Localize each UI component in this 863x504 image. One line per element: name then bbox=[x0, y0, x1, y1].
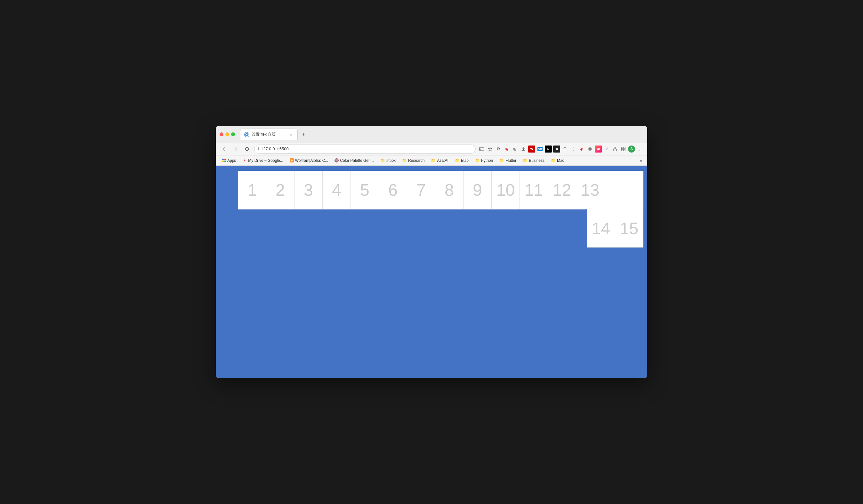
download-icon[interactable] bbox=[520, 145, 527, 153]
svg-rect-2 bbox=[479, 147, 484, 150]
lock-icon[interactable] bbox=[611, 145, 618, 153]
minimize-button[interactable] bbox=[225, 132, 229, 136]
bookmark-research[interactable]: 📁 Research bbox=[400, 157, 427, 164]
svg-rect-6 bbox=[613, 149, 616, 151]
folder-research-icon: 📁 bbox=[402, 158, 407, 163]
bookmark-business[interactable]: 📁 Business bbox=[520, 157, 547, 164]
bookmark-apps[interactable]: Apps bbox=[220, 157, 238, 164]
svg-text:亀: 亀 bbox=[513, 147, 516, 151]
notion-icon[interactable]: N bbox=[545, 145, 552, 153]
lastpass-icon[interactable]: ◈ bbox=[578, 145, 585, 153]
folder-flutter-icon: 📁 bbox=[499, 158, 504, 163]
bookmark-mac-label: Mac bbox=[557, 158, 564, 163]
active-tab[interactable]: 设置 flex 容器 × bbox=[240, 129, 298, 140]
svg-rect-8 bbox=[624, 147, 625, 149]
honey-icon[interactable]: ⬡ bbox=[570, 145, 577, 153]
office-icon[interactable]: Off bbox=[537, 145, 543, 153]
pocket-icon[interactable]: ◉ bbox=[503, 145, 510, 153]
flex-item-5: 5 bbox=[351, 171, 379, 209]
flex-item-6: 6 bbox=[379, 171, 407, 209]
browser-window: 设置 flex 容器 × + ℹ 127.0.0.1:5500 bbox=[216, 126, 647, 378]
bookmark-flutter-label: Flutter bbox=[505, 158, 516, 163]
palette-icon: 🎨 bbox=[335, 158, 339, 163]
maximize-button[interactable] bbox=[231, 132, 235, 136]
bookmark-python-label: Python bbox=[481, 158, 493, 163]
address-bar[interactable]: ℹ 127.0.0.1:5500 bbox=[254, 144, 476, 154]
svg-rect-9 bbox=[621, 149, 623, 151]
flex-item-11: 11 bbox=[520, 171, 548, 209]
bookmark-inbox[interactable]: 📁 Inbox bbox=[378, 157, 398, 164]
bookmark-mac[interactable]: 📁 Mac bbox=[548, 157, 567, 164]
bookmark-palette[interactable]: 🎨 Color Palette Gen... bbox=[332, 157, 376, 164]
folder-azatai-icon: 📁 bbox=[431, 158, 436, 163]
bookmark-elab[interactable]: 📁 Elab bbox=[452, 157, 471, 164]
svg-marker-3 bbox=[488, 147, 492, 151]
title-bar: 设置 flex 容器 × + bbox=[216, 126, 647, 143]
tab-close-button[interactable]: × bbox=[288, 132, 293, 137]
flex-item-2: 2 bbox=[266, 171, 295, 209]
bookmark-azatai-label: AzatAI bbox=[437, 158, 448, 163]
flex-item-7: 7 bbox=[407, 171, 435, 209]
traffic-lights bbox=[220, 132, 235, 136]
flex-item-1: 1 bbox=[238, 171, 266, 209]
reload-button[interactable] bbox=[243, 144, 252, 154]
page-content: 1 2 3 4 5 6 7 8 9 10 11 12 13 14 15 bbox=[216, 166, 647, 378]
bookmark-inbox-label: Inbox bbox=[386, 158, 396, 163]
cast-icon[interactable] bbox=[478, 145, 485, 153]
bookmark-business-label: Business bbox=[529, 158, 545, 163]
settings-icon[interactable]: ⚙ bbox=[495, 145, 502, 153]
more-options-icon[interactable]: ⋮ bbox=[636, 145, 643, 153]
url-text: 127.0.0.1:5500 bbox=[261, 146, 289, 151]
svg-rect-7 bbox=[621, 147, 623, 149]
downloader-icon[interactable]: ▽ bbox=[603, 145, 610, 153]
bookmark-apps-label: Apps bbox=[227, 158, 236, 163]
bookmark-python[interactable]: 📁 Python bbox=[473, 157, 496, 164]
bookmark-drive[interactable]: 🔺 My Drive – Google... bbox=[240, 157, 286, 164]
flex-item-15: 15 bbox=[615, 209, 643, 247]
vpn-icon[interactable] bbox=[586, 145, 593, 153]
apps-grid-icon bbox=[222, 159, 226, 163]
ms-word-icon[interactable]: W bbox=[528, 145, 535, 153]
puzzle-icon[interactable] bbox=[620, 145, 627, 153]
drive-icon: 🔺 bbox=[242, 158, 247, 163]
bookmark-wolfram-label: Wolfram|Alpha: C... bbox=[295, 158, 328, 163]
flex-item-8: 8 bbox=[435, 171, 463, 209]
google-translate-icon[interactable]: G bbox=[561, 145, 568, 153]
folder-elab-icon: 📁 bbox=[455, 158, 460, 163]
bookmark-flutter[interactable]: 📁 Flutter bbox=[497, 157, 519, 164]
close-button[interactable] bbox=[220, 132, 223, 136]
bookmarks-more-button[interactable]: » bbox=[638, 157, 643, 164]
folder-inbox-icon: 📁 bbox=[380, 158, 385, 163]
dark-ext-icon[interactable]: ◼ bbox=[553, 145, 560, 153]
address-info-icon: ℹ bbox=[258, 147, 259, 151]
flex-item-4: 4 bbox=[323, 171, 351, 209]
new-tab-button[interactable]: + bbox=[299, 130, 308, 139]
jb-icon[interactable]: JB bbox=[595, 145, 602, 153]
bookmark-elab-label: Elab bbox=[461, 158, 468, 163]
forward-button[interactable] bbox=[231, 144, 240, 154]
flex-item-13: 13 bbox=[576, 171, 604, 209]
tab-favicon bbox=[244, 132, 249, 137]
nav-icons: ⚙ ◉ 亀 W Off N ◼ G ⬡ ◈ JB ▽ bbox=[478, 145, 643, 153]
folder-business-icon: 📁 bbox=[523, 158, 527, 163]
bookmark-star-icon[interactable] bbox=[487, 145, 493, 153]
bookmark-palette-label: Color Palette Gen... bbox=[340, 158, 374, 163]
flex-item-12: 12 bbox=[548, 171, 576, 209]
nav-bar: ℹ 127.0.0.1:5500 ⚙ ◉ 亀 W bbox=[216, 143, 647, 155]
flex-item-10: 10 bbox=[492, 171, 520, 209]
flex-item-14: 14 bbox=[587, 209, 615, 247]
tab-bar: 设置 flex 容器 × + bbox=[240, 129, 643, 140]
bookmark-wolfram[interactable]: W Wolfram|Alpha: C... bbox=[287, 157, 331, 164]
translate-icon[interactable]: 亀 bbox=[512, 145, 518, 153]
flex-row-2: 14 15 bbox=[587, 209, 643, 247]
flex-row-2-panel: 14 15 bbox=[586, 209, 644, 248]
bookmark-azatai[interactable]: 📁 AzatAI bbox=[428, 157, 451, 164]
user-avatar[interactable]: A bbox=[628, 145, 635, 153]
back-button[interactable] bbox=[220, 144, 228, 154]
svg-point-1 bbox=[246, 134, 248, 135]
flex-row-1: 1 2 3 4 5 6 7 8 9 10 11 12 13 bbox=[238, 171, 643, 209]
bookmark-research-label: Research bbox=[408, 158, 424, 163]
flex-item-3: 3 bbox=[295, 171, 323, 209]
svg-rect-10 bbox=[624, 149, 625, 151]
flex-item-9: 9 bbox=[463, 171, 492, 209]
